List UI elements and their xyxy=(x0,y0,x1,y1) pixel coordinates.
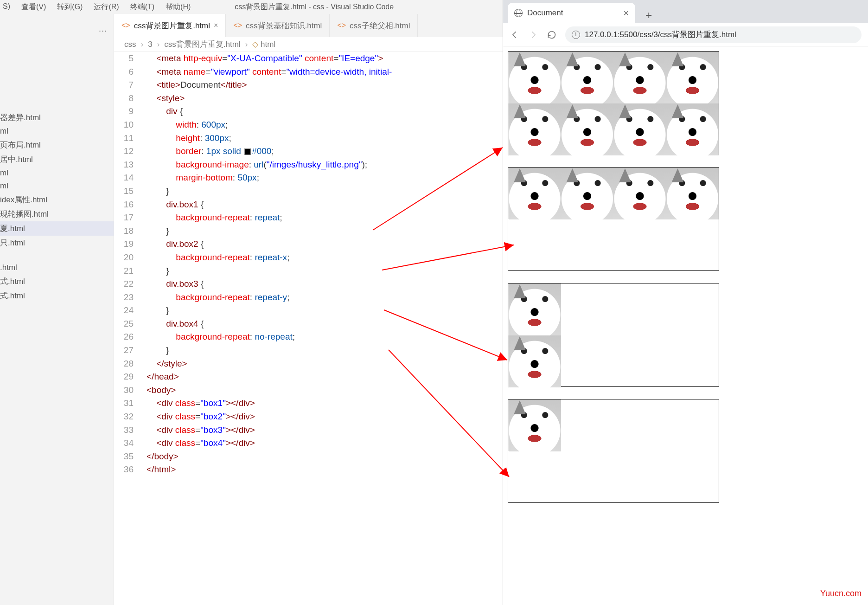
info-icon[interactable]: i xyxy=(572,31,580,39)
editor-tab[interactable]: <>css子绝父相.html xyxy=(330,14,418,37)
sidebar-item[interactable]: ml xyxy=(0,180,114,193)
sidebar-item[interactable]: 夏.html xyxy=(0,221,114,236)
sidebar-item[interactable]: ml xyxy=(0,167,114,180)
chevron-right-icon: › xyxy=(141,40,144,49)
code-lines[interactable]: <meta http-equiv="X-UA-Compatible" conte… xyxy=(147,52,503,476)
sidebar-item[interactable]: 居中.html xyxy=(0,152,114,167)
sidebar-item[interactable]: 器差异.html xyxy=(0,110,114,125)
sidebar-item[interactable]: .html xyxy=(0,261,114,274)
reload-button[interactable] xyxy=(547,30,557,40)
file-icon: <> xyxy=(233,21,242,30)
browser-tab-title: Document xyxy=(527,8,563,18)
new-tab-button[interactable]: + xyxy=(641,7,657,23)
sidebar-item[interactable] xyxy=(0,254,114,257)
browser-tabstrip: Document × + xyxy=(503,0,868,23)
browser-tab[interactable]: Document × xyxy=(508,3,635,23)
forward-button[interactable] xyxy=(528,30,538,40)
menu-item[interactable]: 转到(G) xyxy=(57,2,83,12)
editor-tabs: <>css背景图片重复.html×<>css背景基础知识.html<>css子绝… xyxy=(114,14,503,37)
file-icon: <> xyxy=(337,21,346,30)
sidebar-item[interactable]: 式.html xyxy=(0,274,114,289)
watermark: Yuucn.com xyxy=(820,589,862,599)
demo-box-repeat-y xyxy=(508,283,719,387)
chevron-right-icon: › xyxy=(157,40,160,49)
tab-label: css背景基础知识.html xyxy=(246,20,322,31)
sidebar-item[interactable]: ml xyxy=(0,125,114,138)
more-icon[interactable]: ··· xyxy=(99,26,107,36)
sidebar-item[interactable] xyxy=(0,250,114,254)
breadcrumb-item[interactable]: 3 xyxy=(148,40,152,49)
close-icon[interactable]: × xyxy=(623,8,629,19)
menu-item[interactable]: 查看(V) xyxy=(21,2,46,12)
address-bar[interactable]: i 127.0.0.1:5500/css/3/css背景图片重复.html xyxy=(565,26,862,43)
breadcrumb[interactable]: css›3›css背景图片重复.html›◇ html xyxy=(114,37,503,52)
sidebar-item[interactable]: 现轮播图.html xyxy=(0,207,114,221)
menu-item[interactable]: 运行(R) xyxy=(94,2,119,12)
browser-toolbar: i 127.0.0.1:5500/css/3/css背景图片重复.html xyxy=(503,23,868,46)
menu-item[interactable]: 终端(T) xyxy=(130,2,154,12)
file-icon: <> xyxy=(121,21,130,30)
breadcrumb-item[interactable]: ◇ html xyxy=(252,39,275,49)
demo-box-no-repeat xyxy=(508,399,719,503)
chevron-right-icon: › xyxy=(245,40,248,49)
demo-box-repeat xyxy=(508,51,719,155)
vscode-window: S)查看(V)转到(G)运行(R)终端(T)帮助(H) css背景图片重复.ht… xyxy=(0,0,503,605)
symbol-icon: ◇ xyxy=(252,40,258,49)
sidebar-item[interactable]: idex属性.html xyxy=(0,193,114,207)
url-text: 127.0.0.1:5500/css/3/css背景图片重复.html xyxy=(585,29,736,40)
sidebar-item[interactable]: 只.html xyxy=(0,236,114,250)
vscode-titlebar: S)查看(V)转到(G)运行(R)终端(T)帮助(H) css背景图片重复.ht… xyxy=(0,0,503,14)
sidebar-item[interactable]: 页布局.html xyxy=(0,138,114,152)
demo-box-repeat-x xyxy=(508,167,719,271)
breadcrumb-item[interactable]: css背景图片重复.html xyxy=(164,39,240,50)
back-button[interactable] xyxy=(510,30,520,40)
breadcrumb-item[interactable]: css xyxy=(124,40,136,49)
editor-tab[interactable]: <>css背景基础知识.html xyxy=(226,14,330,37)
close-icon[interactable]: × xyxy=(214,21,218,30)
window-title: css背景图片重复.html - css - Visual Studio Cod… xyxy=(191,2,438,12)
menu-item[interactable]: S) xyxy=(3,2,10,12)
sidebar-item[interactable]: 式.html xyxy=(0,289,114,303)
code-editor[interactable]: 5678910111213141516171819202122232425262… xyxy=(114,52,503,476)
globe-icon xyxy=(514,9,523,17)
line-numbers: 5678910111213141516171819202122232425262… xyxy=(114,52,147,476)
tab-label: css背景图片重复.html xyxy=(134,20,210,31)
explorer-sidebar[interactable]: ··· 器差异.htmlml页布局.html居中.htmlmlmlidex属性.… xyxy=(0,14,114,605)
browser-window: Document × + i 127.0.0.1:5500/css/3/css背… xyxy=(503,0,868,605)
sidebar-item[interactable] xyxy=(0,257,114,261)
rendered-page xyxy=(503,46,868,520)
menu-item[interactable]: 帮助(H) xyxy=(166,2,191,12)
tab-label: css子绝父相.html xyxy=(350,20,410,31)
editor-tab[interactable]: <>css背景图片重复.html× xyxy=(114,14,226,37)
